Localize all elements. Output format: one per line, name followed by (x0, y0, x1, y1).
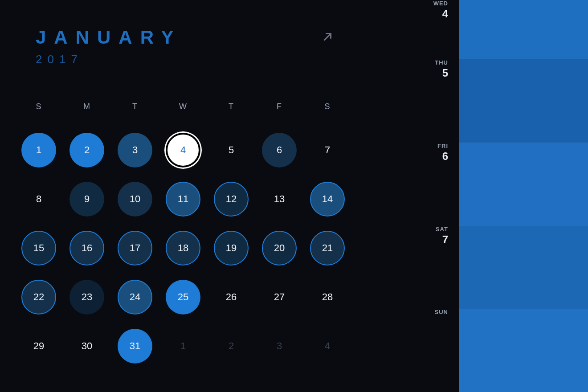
agenda-weekday-abbr: WED (433, 0, 448, 7)
day-cell: 2 (214, 329, 249, 363)
day-cell[interactable]: 25 (166, 280, 200, 314)
week-row: 1234567 (21, 133, 459, 167)
week-row: 15161718192021 (21, 231, 459, 265)
agenda-day[interactable]: SAT7 (459, 226, 588, 309)
agenda-weekday-abbr: SAT (436, 226, 448, 233)
day-cell[interactable]: 13 (262, 182, 297, 216)
weekday-sat: S (310, 102, 345, 111)
day-cell[interactable]: 7 (310, 133, 345, 167)
day-cell[interactable]: 3 (118, 133, 152, 167)
agenda-weekday-abbr: THU (435, 59, 448, 66)
agenda-day[interactable]: WED4 (459, 0, 588, 59)
day-cell[interactable]: 12 (214, 182, 249, 216)
agenda-day-number: 4 (433, 8, 448, 20)
arrow-up-right-icon[interactable] (321, 30, 334, 45)
weekday-mon: M (69, 102, 104, 111)
agenda-day[interactable]: FRI6 (459, 143, 588, 226)
agenda-day-label: THU5 (435, 59, 453, 79)
agenda-event-fill[interactable] (459, 0, 588, 59)
calendar-app: January 2017 S M T W T F S 1234567891011… (0, 0, 588, 392)
agenda-day[interactable]: THU5 (459, 59, 588, 143)
agenda-day-label: SUN (435, 309, 453, 316)
day-cell[interactable]: 15 (21, 231, 56, 265)
agenda-day-label: FRI6 (437, 143, 453, 163)
day-cell: 3 (262, 329, 297, 363)
day-cell[interactable]: 21 (310, 231, 345, 265)
day-cell[interactable]: 16 (69, 231, 104, 265)
title-block: January 2017 (21, 27, 459, 66)
week-row: 2930311234 (21, 329, 459, 363)
day-cell[interactable]: 11 (166, 182, 200, 216)
agenda-day-label: SAT7 (436, 226, 453, 246)
day-cell[interactable]: 2 (69, 133, 104, 167)
day-cell[interactable]: 5 (214, 133, 249, 167)
month-grid: S M T W T F S 12345678910111213141516171… (21, 102, 459, 363)
weekday-sun: S (21, 102, 56, 111)
day-cell: 1 (166, 329, 200, 363)
weekday-thu: T (214, 102, 249, 111)
weekday-header-row: S M T W T F S (21, 102, 459, 111)
day-cell[interactable]: 14 (310, 182, 345, 216)
day-cell[interactable]: 6 (262, 133, 297, 167)
day-cell[interactable]: 31 (118, 329, 152, 363)
agenda-weekday-abbr: SUN (435, 309, 448, 315)
agenda-event-fill[interactable] (459, 143, 588, 226)
agenda-event-fill[interactable] (459, 226, 588, 309)
agenda-weekday-abbr: FRI (437, 143, 448, 149)
day-cell[interactable]: 8 (21, 182, 56, 216)
agenda-pane: WED4THU5FRI6SAT7SUN (459, 0, 588, 392)
month-title: January (36, 27, 459, 48)
week-row: 891011121314 (21, 182, 459, 216)
day-cell: 4 (310, 329, 345, 363)
day-cell[interactable]: 17 (118, 231, 152, 265)
weekday-fri: F (262, 102, 297, 111)
day-cell[interactable]: 4 (166, 133, 200, 167)
day-cell[interactable]: 20 (262, 231, 297, 265)
weekday-wed: W (166, 102, 200, 111)
agenda-event-fill[interactable] (459, 59, 588, 143)
day-cell[interactable]: 10 (118, 182, 152, 216)
day-cell[interactable]: 28 (310, 280, 345, 314)
agenda-day-label: WED4 (433, 0, 453, 20)
day-cell[interactable]: 1 (21, 133, 56, 167)
week-row: 22232425262728 (21, 280, 459, 314)
day-cell[interactable]: 9 (69, 182, 104, 216)
day-cell[interactable]: 27 (262, 280, 297, 314)
day-cell[interactable]: 26 (214, 280, 249, 314)
month-pane: January 2017 S M T W T F S 1234567891011… (0, 0, 459, 392)
agenda-event-fill[interactable] (459, 309, 588, 392)
day-cell[interactable]: 18 (166, 231, 200, 265)
day-cell[interactable]: 30 (69, 329, 104, 363)
agenda-day-number: 7 (436, 233, 448, 246)
day-cell[interactable]: 29 (21, 329, 56, 363)
day-cell[interactable]: 24 (118, 280, 152, 314)
agenda-day-number: 6 (437, 150, 448, 163)
day-cell[interactable]: 22 (21, 280, 56, 314)
day-cell[interactable]: 19 (214, 231, 249, 265)
agenda-day[interactable]: SUN (459, 309, 588, 392)
year-title: 2017 (36, 53, 459, 66)
agenda-day-number: 5 (435, 67, 448, 79)
day-cell[interactable]: 23 (69, 280, 104, 314)
weekday-tue: T (118, 102, 152, 111)
